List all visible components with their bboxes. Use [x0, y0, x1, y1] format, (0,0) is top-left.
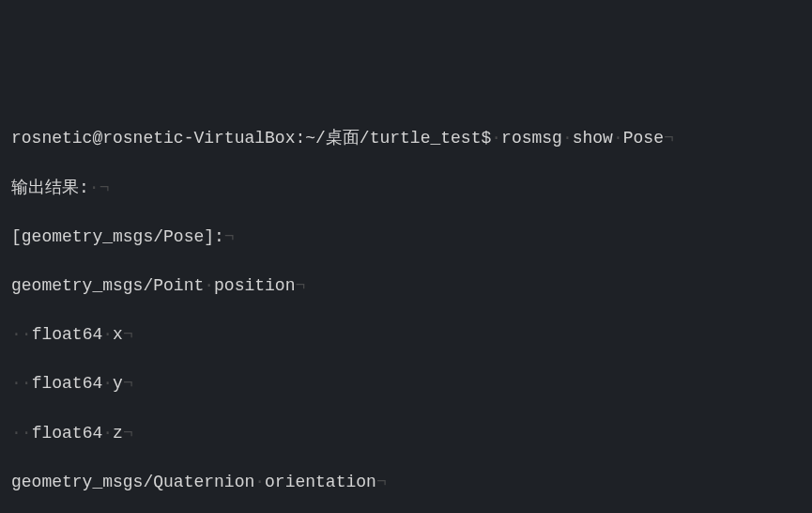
orientation-type: geometry_msgs/Quaternion	[11, 473, 254, 491]
position-name: position	[214, 276, 295, 295]
space-mark: ·	[254, 473, 265, 491]
shell-prompt: rosnetic@rosnetic-VirtualBox:~/桌面/turtle…	[11, 129, 491, 148]
field-line: ··float64·x¬	[11, 322, 801, 347]
prompt-line: rosnetic@rosnetic-VirtualBox:~/桌面/turtle…	[11, 126, 801, 150]
newline-mark: ¬	[123, 424, 133, 443]
subcommand: show	[573, 129, 613, 148]
space-mark: ·	[102, 374, 113, 393]
space-mark: ·	[204, 276, 214, 295]
field-type: float64	[32, 424, 103, 443]
space-mark: ·	[11, 325, 22, 344]
newline-mark: ¬	[295, 276, 305, 295]
newline-mark: ¬	[123, 374, 133, 393]
field-type: float64	[32, 374, 103, 393]
geometry-pose-header: [geometry_msgs/Pose]:	[11, 227, 224, 246]
space-mark: ·	[22, 325, 32, 344]
space-mark: ·	[11, 374, 22, 393]
command: rosmsg	[501, 129, 562, 148]
result-label-line: 输出结果:·¬	[11, 176, 801, 200]
space-mark: ·	[22, 374, 32, 393]
position-type: geometry_msgs/Point	[11, 276, 204, 295]
field-line: ··float64·y¬	[11, 371, 801, 396]
section-header-line: [geometry_msgs/Pose]:¬	[11, 225, 801, 249]
space-mark: ·	[89, 179, 100, 197]
newline-mark: ¬	[123, 325, 133, 344]
newline-mark: ¬	[224, 227, 235, 246]
arg: Pose	[623, 129, 664, 148]
field-type: float64	[32, 325, 103, 344]
newline-mark: ¬	[376, 473, 387, 491]
space-mark: ·	[491, 129, 501, 148]
space-mark: ·	[613, 129, 623, 148]
orientation-name: orientation	[265, 473, 376, 491]
field-line: ··float64·z¬	[11, 421, 801, 445]
space-mark: ·	[102, 325, 113, 344]
space-mark: ·	[22, 424, 32, 443]
field-line: geometry_msgs/Point·position¬	[11, 273, 801, 298]
result-label: 输出结果:	[11, 179, 89, 197]
field-name: y	[113, 374, 123, 393]
space-mark: ·	[562, 129, 573, 148]
newline-mark: ¬	[100, 179, 110, 197]
space-mark: ·	[102, 424, 113, 443]
field-line: geometry_msgs/Quaternion·orientation¬	[11, 470, 801, 494]
field-name: z	[113, 424, 123, 443]
newline-mark: ¬	[664, 129, 674, 148]
space-mark: ·	[11, 424, 22, 443]
field-name: x	[113, 325, 123, 344]
terminal-output: rosnetic@rosnetic-VirtualBox:~/桌面/turtle…	[11, 101, 801, 513]
